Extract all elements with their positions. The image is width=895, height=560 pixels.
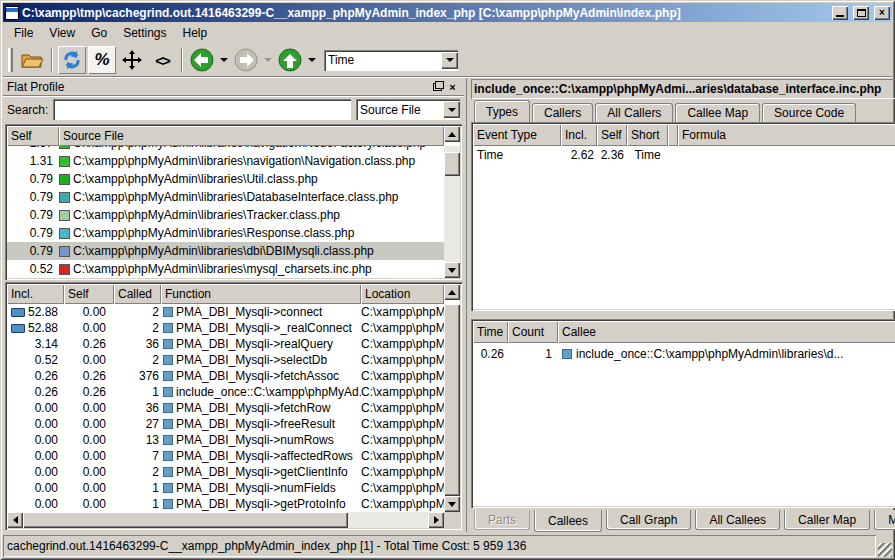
scroll-left-button[interactable] [7,512,23,528]
title-bar[interactable]: C:\xampp\tmp\cachegrind.out.1416463299-C… [3,3,892,22]
search-input[interactable] [53,99,351,120]
tab-all-callees[interactable]: All Callees [695,510,780,530]
function-row[interactable]: 52.880.002PMA_DBI_Mysqli->_realConnectC:… [7,320,444,336]
file-row[interactable]: 0.79C:\xampp\phpMyAdmin\libraries\Tracke… [7,206,444,224]
function-row[interactable]: 0.260.261include_once::C:\xampp\phpMyAd.… [7,384,444,400]
resize-grip[interactable] [878,543,892,557]
column-header-formula[interactable]: Formula [678,124,895,146]
function-row[interactable]: 0.000.0013PMA_DBI_Mysqli->numRowsC:\xamp… [7,432,444,448]
file-row[interactable]: 0.79C:\xampp\phpMyAdmin\libraries\dbi\DB… [7,242,444,260]
function-row[interactable]: 0.000.0036PMA_DBI_Mysqli->fetchRowC:\xam… [7,400,444,416]
tab-callees[interactable]: Callees [534,510,602,532]
file-row[interactable]: 0.79C:\xampp\phpMyAdmin\libraries\Util.c… [7,170,444,188]
tab-call-graph[interactable]: Call Graph [606,510,691,530]
column-header-function[interactable]: Function [161,284,361,304]
menu-item-help[interactable]: Help [176,24,215,42]
scroll-up-button[interactable] [444,126,460,142]
scrollbar-thumb[interactable] [23,512,348,528]
menu-item-go[interactable]: Go [84,24,114,42]
column-header-self[interactable]: Self [597,124,627,146]
column-header-called[interactable]: Called [114,284,161,304]
tab-all-callers[interactable]: All Callers [595,103,673,122]
tab-machine[interactable]: Machine [874,510,895,530]
function-row[interactable]: 0.520.002PMA_DBI_Mysqli->selectDbC:\xamp… [7,352,444,368]
tab-callee-map[interactable]: Callee Map [675,103,760,122]
function-row[interactable]: 52.880.002PMA_DBI_Mysqli->connectC:\xamp… [7,304,444,320]
file-row[interactable]: 1.31C:\xampp\phpMyAdmin\libraries\naviga… [7,152,444,170]
dock-float-button[interactable] [430,80,445,94]
function-row[interactable]: 0.000.0027PMA_DBI_Mysqli->freeResultC:\x… [7,416,444,432]
toolbar-drag-handle[interactable] [8,48,13,72]
grouping-select[interactable]: Source File [356,99,460,120]
scroll-down-button[interactable] [444,496,460,512]
column-header-location[interactable]: Location [361,284,444,304]
relative-percent-toggle[interactable]: % [88,46,116,74]
column-header-source-file[interactable]: Source File [59,126,444,146]
files-vertical-scrollbar[interactable] [444,146,460,278]
flat-profile-dock: Flat Profile × Search: Source File Self … [3,78,467,532]
expand-areas-button[interactable] [118,46,146,74]
panel-splitter[interactable] [470,311,895,319]
event-types-table: Event Type Incl. Self Short Formula Time… [471,122,895,311]
chevron-down-icon[interactable] [443,101,460,118]
app-icon[interactable] [5,6,19,20]
up-dropdown-arrow[interactable] [308,58,316,62]
column-header-callee[interactable]: Callee [558,321,895,343]
scroll-up-button[interactable] [444,284,460,300]
menu-item-settings[interactable]: Settings [116,24,173,42]
function-icon [163,355,173,365]
up-button[interactable] [276,46,304,74]
file-row[interactable]: 0.79C:\xampp\phpMyAdmin\libraries\Databa… [7,188,444,206]
minimize-button[interactable] [832,6,848,20]
scrollbar-thumb[interactable] [444,304,460,496]
callee-row[interactable]: 0.261include_once::C:\xampp\phpMyAdmin\l… [473,345,895,363]
column-header-time[interactable]: Time [473,321,508,343]
function-row[interactable]: 3.140.2636PMA_DBI_Mysqli->realQueryC:\xa… [7,336,444,352]
dock-title-bar[interactable]: Flat Profile × [3,78,464,96]
function-row[interactable]: 0.000.001PMA_DBI_Mysqli->getProtoInfoC:\… [7,496,444,512]
column-header-self[interactable]: Self [64,284,114,304]
scrollbar-thumb[interactable] [444,152,460,176]
column-header-self[interactable]: Self [7,126,59,146]
back-button[interactable] [188,46,216,74]
file-self-value: 1.37 [7,146,59,150]
close-button[interactable]: × [874,6,890,20]
column-header-short[interactable]: Short [627,124,668,146]
functions-vertical-scrollbar[interactable] [444,304,460,512]
back-icon [190,48,214,72]
maximize-button[interactable] [853,6,869,20]
function-incl-value: 0.00 [7,401,64,415]
functions-horizontal-scrollbar[interactable] [7,512,460,528]
event-type-select[interactable]: Time [324,50,458,71]
dock-close-button[interactable]: × [445,80,460,94]
scroll-right-button[interactable] [428,512,444,528]
function-row[interactable]: 0.260.26376PMA_DBI_Mysqli->fetchAssocC:\… [7,368,444,384]
function-self-value: 0.00 [64,481,114,495]
file-row[interactable]: 0.79C:\xampp\phpMyAdmin\libraries\Respon… [7,224,444,242]
function-row[interactable]: 0.000.007PMA_DBI_Mysqli->affectedRowsC:\… [7,448,444,464]
tab-source-code[interactable]: Source Code [762,103,856,122]
column-header-incl[interactable]: Incl. [7,284,64,304]
column-header-count[interactable]: Count [508,321,558,343]
column-header-incl[interactable]: Incl. [561,124,597,146]
file-row[interactable]: 0.52C:\xampp\phpMyAdmin\libraries\mysql_… [7,260,444,278]
scroll-down-button[interactable] [444,262,460,278]
function-self-value: 0.26 [64,337,114,351]
reload-button[interactable] [58,46,86,74]
chevron-down-icon[interactable] [441,52,458,69]
function-name-cell: PMA_DBI_Mysqli->selectDb [161,353,361,367]
tab-caller-map[interactable]: Caller Map [784,510,870,530]
function-name-cell: PMA_DBI_Mysqli->_realConnect [161,321,361,335]
event-type-row[interactable]: Time2.622.36Time [473,146,895,164]
open-file-button[interactable] [18,46,46,74]
column-header-event-type[interactable]: Event Type [473,124,561,146]
function-row[interactable]: 0.000.001PMA_DBI_Mysqli->numFieldsC:\xam… [7,480,444,496]
tab-types[interactable]: Types [474,100,530,122]
tab-callers[interactable]: Callers [532,103,593,122]
back-dropdown-arrow[interactable] [220,58,228,62]
function-name: PMA_DBI_Mysqli->fetchRow [176,401,330,415]
function-row[interactable]: 0.000.002PMA_DBI_Mysqli->getClientInfoC:… [7,464,444,480]
menu-item-view[interactable]: View [42,24,82,42]
menu-item-file[interactable]: File [7,24,40,42]
cycle-detection-button[interactable]: <> [148,46,176,74]
